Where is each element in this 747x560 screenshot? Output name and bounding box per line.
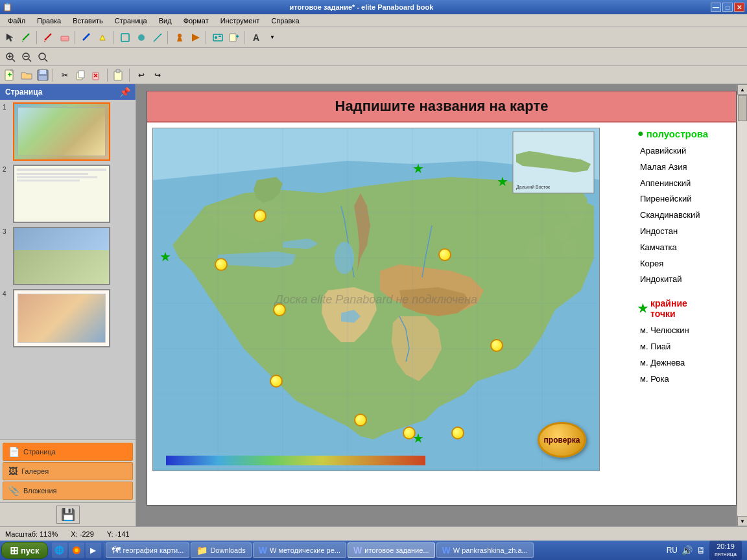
- map-marker-yellow-5[interactable]: [354, 414, 367, 426]
- panel-item[interactable]: Скандинавский: [637, 207, 731, 224]
- menu-item-правка[interactable]: Правка: [32, 16, 66, 26]
- new-page-btn[interactable]: [3, 67, 18, 83]
- taskbar-network-icon[interactable]: 🖥: [696, 545, 706, 555]
- map-marker-yellow-9[interactable]: [451, 426, 464, 439]
- panel-item[interactable]: Корея: [637, 256, 731, 272]
- highlight-btn[interactable]: [95, 30, 111, 45]
- text-dropdown-btn[interactable]: ▼: [265, 30, 280, 45]
- map-marker-yellow-7[interactable]: [490, 339, 503, 352]
- menu-item-инструмент[interactable]: Инструмент: [215, 16, 265, 26]
- export-btn[interactable]: [226, 30, 242, 45]
- map-marker-green-1[interactable]: ★: [160, 250, 171, 263]
- map-marker-yellow-2[interactable]: [215, 258, 228, 271]
- select-tool-btn[interactable]: [3, 30, 18, 45]
- map-marker-yellow-4[interactable]: [270, 375, 283, 388]
- stamp-btn[interactable]: [172, 30, 187, 45]
- fill-btn[interactable]: [134, 30, 149, 45]
- panel-item[interactable]: Аравийский: [637, 143, 731, 159]
- pen2-btn[interactable]: [41, 30, 56, 45]
- panel-item[interactable]: Пиренейский: [637, 191, 731, 207]
- start-button[interactable]: ⊞ пуск: [1, 542, 48, 559]
- close-button[interactable]: ✕: [734, 3, 744, 12]
- map-marker-yellow-1[interactable]: [254, 209, 267, 222]
- line-btn[interactable]: [150, 30, 165, 45]
- list-item[interactable]: 1: [3, 102, 133, 161]
- slide-container[interactable]: Надпишите названия на карте: [136, 84, 747, 526]
- page-nav-btn[interactable]: 📄 Страница: [3, 443, 133, 461]
- capture-btn[interactable]: [210, 30, 226, 45]
- menu-item-файл[interactable]: Файл: [3, 16, 30, 26]
- sidebar: Страница 📌 1 2: [0, 84, 136, 526]
- scroll-down-btn[interactable]: ▼: [737, 516, 747, 526]
- menu-item-формат[interactable]: Формат: [178, 16, 214, 26]
- map-marker-green-4[interactable]: ★: [412, 432, 424, 445]
- pin-icon[interactable]: 📌: [119, 87, 130, 97]
- zoom-in-btn[interactable]: [3, 49, 18, 65]
- open-btn[interactable]: [19, 67, 34, 83]
- redo-btn[interactable]: ↪: [150, 67, 165, 83]
- attach-nav-btn[interactable]: 📎 Вложения: [3, 482, 133, 500]
- map-image[interactable]: Дальний Восток Доска elite Panaboard не …: [152, 128, 600, 471]
- panel-item[interactable]: Индостан: [637, 224, 731, 240]
- svg-rect-13: [219, 36, 221, 37]
- scroll-up-btn[interactable]: ▲: [737, 84, 747, 95]
- panel-item[interactable]: м. Дежнева: [637, 355, 731, 371]
- toolbar1: A ▼: [0, 27, 747, 48]
- taskbar-item-word2[interactable]: W итоговое задание...: [348, 542, 435, 558]
- pen3-btn[interactable]: [79, 30, 95, 45]
- taskbar-item-word3[interactable]: W W pankrashkina_zh.a...: [436, 542, 534, 558]
- panel-item[interactable]: Индокитай: [637, 272, 731, 288]
- media-player-icon[interactable]: ▶: [86, 542, 101, 558]
- map-marker-yellow-3[interactable]: [273, 303, 286, 316]
- page-thumb-1[interactable]: [13, 102, 110, 161]
- svg-rect-2: [61, 36, 69, 41]
- list-item[interactable]: 4: [3, 289, 133, 347]
- list-item[interactable]: 2: [3, 165, 133, 223]
- sidebar-title: Страница: [5, 88, 42, 97]
- panel-item[interactable]: м. Рока: [637, 371, 731, 388]
- maximize-button[interactable]: □: [722, 3, 733, 12]
- gallery-nav-btn[interactable]: 🖼 Галерея: [3, 462, 133, 480]
- zoom-out-btn[interactable]: [19, 49, 34, 65]
- vertical-scrollbar[interactable]: ▲ ▼: [737, 84, 747, 526]
- cut-btn[interactable]: ✂: [57, 67, 73, 83]
- panel-item[interactable]: м. Челюскин: [637, 323, 731, 339]
- list-item[interactable]: 3: [3, 227, 133, 285]
- map-marker-green-2[interactable]: ★: [412, 162, 424, 175]
- text-btn[interactable]: A: [248, 30, 264, 45]
- scroll-thumb[interactable]: [738, 95, 747, 121]
- shape-btn[interactable]: [117, 30, 133, 45]
- ie-icon[interactable]: 🌐: [52, 542, 67, 558]
- panel-item[interactable]: Малая Азия: [637, 159, 731, 176]
- taskbar-item-downloads[interactable]: 📁 Downloads: [191, 542, 251, 558]
- page-thumb-2[interactable]: [13, 165, 110, 223]
- zoom-reset-btn[interactable]: [35, 49, 51, 65]
- firefox-icon[interactable]: [69, 542, 84, 558]
- page-thumb-4[interactable]: [13, 289, 110, 347]
- panel-item[interactable]: Камчатка: [637, 240, 731, 256]
- toolbar-sep5: [206, 31, 208, 44]
- delete-btn[interactable]: [89, 67, 105, 83]
- eraser-btn[interactable]: [57, 30, 73, 45]
- taskbar-speaker-icon[interactable]: 🔊: [682, 545, 693, 555]
- map-marker-yellow-6[interactable]: [438, 248, 451, 261]
- save-doc-btn[interactable]: [35, 67, 51, 83]
- panel-item[interactable]: м. Пиай: [637, 339, 731, 355]
- menu-item-вид[interactable]: Вид: [154, 16, 177, 26]
- minimize-button[interactable]: —: [711, 3, 721, 12]
- menu-item-вставить[interactable]: Вставить: [67, 16, 108, 26]
- taskbar-item-word1[interactable]: W W методические ре...: [253, 542, 346, 558]
- pen-tool-btn[interactable]: [19, 30, 34, 45]
- menu-item-справка[interactable]: Справка: [266, 16, 304, 26]
- media-btn[interactable]: [188, 30, 204, 45]
- page-thumb-3[interactable]: [13, 227, 110, 285]
- paste-btn[interactable]: [112, 67, 127, 83]
- copy-btn[interactable]: [73, 67, 89, 83]
- map-marker-green-3[interactable]: ★: [497, 175, 508, 188]
- check-btn[interactable]: проверка: [538, 422, 586, 458]
- sidebar-save-btn[interactable]: 💾: [56, 506, 80, 524]
- panel-item[interactable]: Аппенинский: [637, 176, 731, 192]
- menu-item-страница[interactable]: Страница: [110, 16, 152, 26]
- undo-btn[interactable]: ↩: [134, 67, 149, 83]
- taskbar-item-map[interactable]: 🗺 география карти...: [106, 542, 190, 558]
